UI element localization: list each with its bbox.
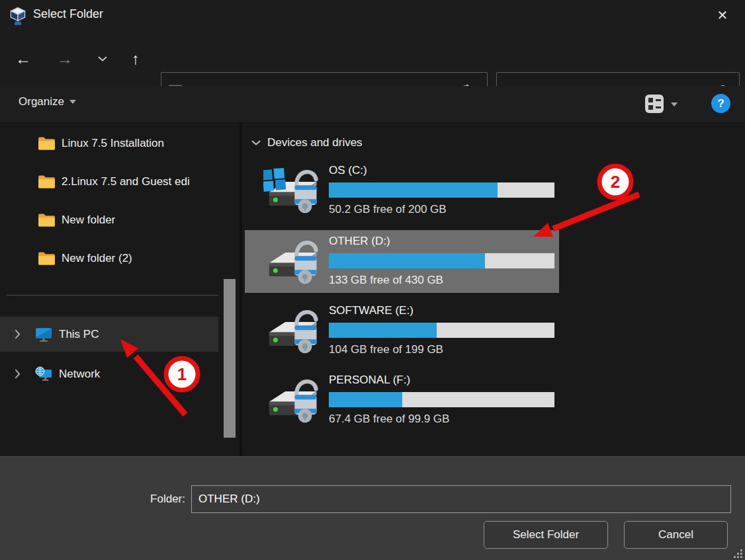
organize-label: Organize — [19, 95, 64, 108]
drive-usage-fill — [329, 323, 437, 338]
tree-item-folder[interactable]: 2.Linux 7.5 and Guest edi — [0, 169, 218, 195]
drive-name: PERSONAL (F:) — [329, 374, 410, 387]
folder-field-label: Folder: — [0, 493, 185, 506]
back-arrow-icon: ← — [15, 50, 31, 68]
navigation-pane: Linux 7.5 Installation 2.Linux 7.5 and G… — [0, 123, 240, 457]
hard-drive-bitlocker-icon — [263, 235, 319, 288]
drive-name: SOFTWARE (E:) — [329, 304, 414, 317]
chevron-down-icon — [251, 140, 261, 145]
content-area: Linux 7.5 Installation 2.Linux 7.5 and G… — [0, 122, 745, 456]
network-icon — [35, 366, 52, 382]
back-button[interactable]: ← — [9, 45, 37, 73]
drive-row-software-e[interactable]: SOFTWARE (E:) 104 GB free of 199 GB — [245, 300, 559, 362]
virtualbox-app-icon — [8, 6, 28, 27]
drive-row-other-d[interactable]: OTHER (D:) 133 GB free of 430 GB — [245, 230, 559, 293]
select-folder-dialog: Select Folder ✕ ← → ↑ This PC — [0, 0, 745, 560]
change-view-button[interactable] — [643, 93, 666, 115]
up-arrow-icon: ↑ — [132, 50, 140, 68]
folder-label: New folder (2) — [62, 252, 132, 265]
cancel-button[interactable]: Cancel — [624, 521, 728, 549]
folder-name-input[interactable] — [191, 485, 731, 513]
folder-icon — [38, 136, 56, 151]
select-folder-button[interactable]: Select Folder — [484, 521, 608, 549]
folder-icon — [38, 251, 56, 266]
chevron-down-icon — [98, 56, 107, 61]
drive-usage-bar — [329, 182, 554, 198]
dialog-footer: Folder: Select Folder Cancel — [0, 456, 745, 560]
organize-menu-button[interactable]: Organize — [19, 95, 76, 108]
drive-free-space: 67.4 GB free of 99.9 GB — [329, 413, 449, 426]
drive-name: OTHER (D:) — [329, 235, 390, 248]
chevron-right-icon[interactable] — [15, 329, 21, 339]
chevron-right-icon[interactable] — [15, 369, 21, 379]
drive-usage-fill — [329, 182, 498, 198]
this-pc-icon — [35, 327, 52, 342]
navigation-toolbar: ← → ↑ This PC — [0, 32, 745, 86]
devices-and-drives-header[interactable]: Devices and drives — [251, 136, 363, 149]
recent-locations-button[interactable] — [89, 45, 116, 73]
drive-usage-fill — [329, 392, 402, 407]
tree-item-folder[interactable]: New folder (2) — [0, 245, 218, 272]
tree-item-folder[interactable]: Linux 7.5 Installation — [0, 130, 218, 157]
tree-item-folder[interactable]: New folder — [0, 207, 218, 233]
close-icon: ✕ — [717, 7, 728, 23]
resize-grip[interactable] — [732, 548, 744, 559]
tree-node-label: Network — [59, 368, 100, 381]
tiles-view-icon — [644, 94, 664, 114]
drive-row-os-c[interactable]: OS (C:) 50.2 GB free of 200 GB — [245, 159, 559, 222]
hard-drive-bitlocker-icon — [263, 374, 319, 427]
title-bar: Select Folder ✕ — [0, 0, 745, 32]
drive-name: OS (C:) — [329, 164, 367, 177]
tree-node-label: This PC — [59, 328, 99, 341]
group-header-label: Devices and drives — [267, 136, 363, 149]
forward-button[interactable]: → — [51, 45, 79, 73]
hard-drive-bitlocker-icon — [263, 165, 319, 218]
drive-row-personal-f[interactable]: PERSONAL (F:) 67.4 GB free of 99.9 GB — [245, 369, 559, 432]
close-button[interactable]: ✕ — [705, 0, 740, 30]
forward-arrow-icon: → — [57, 50, 73, 68]
folder-label: Linux 7.5 Installation — [62, 137, 164, 150]
caret-down-icon — [69, 100, 76, 104]
drive-free-space: 104 GB free of 199 GB — [329, 343, 443, 356]
folder-icon — [38, 175, 56, 189]
question-mark-icon: ? — [717, 97, 724, 110]
help-button[interactable]: ? — [711, 94, 730, 113]
drive-free-space: 50.2 GB free of 200 GB — [329, 203, 447, 216]
folder-label: 2.Linux 7.5 and Guest edi — [62, 175, 190, 188]
drive-usage-fill — [329, 253, 485, 268]
sidebar-scrollbar-thumb[interactable] — [224, 279, 236, 438]
folder-label: New folder — [62, 214, 115, 227]
tree-item-network[interactable]: Network — [0, 356, 218, 391]
up-button[interactable]: ↑ — [122, 45, 150, 73]
command-bar: Organize ? — [0, 86, 745, 122]
window-title: Select Folder — [33, 7, 103, 21]
file-list-pane: Devices and drives OS (C:) 50.2 GB free … — [242, 123, 745, 457]
drive-usage-bar — [329, 253, 554, 268]
hard-drive-bitlocker-icon — [263, 305, 319, 358]
drive-usage-bar — [329, 392, 554, 407]
folder-icon — [38, 213, 56, 227]
drive-free-space: 133 GB free of 430 GB — [329, 274, 443, 287]
tree-separator — [7, 295, 218, 296]
tree-item-this-pc[interactable]: This PC — [0, 317, 218, 352]
view-dropdown-caret-icon[interactable] — [671, 102, 678, 106]
drive-usage-bar — [329, 323, 554, 338]
